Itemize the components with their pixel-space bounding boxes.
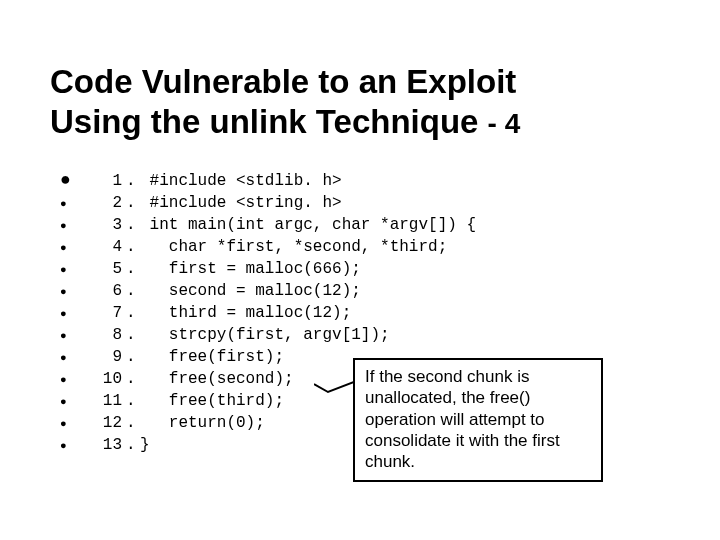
code-line: 1. #include <stdlib. h> — [60, 168, 660, 192]
code-line: 5. first = malloc(666); — [60, 258, 660, 280]
bullet-icon — [60, 412, 82, 434]
bullet-icon — [60, 434, 82, 456]
line-number: 11 — [82, 390, 126, 412]
line-number: 3 — [82, 214, 126, 236]
code-line: 3. int main(int argc, char *argv[]) { — [60, 214, 660, 236]
bullet-icon — [60, 280, 82, 302]
title-line1: Code Vulnerable to an Exploit — [50, 63, 516, 100]
bullet-icon — [60, 368, 82, 390]
title-line2-main: Using the unlink Technique — [50, 103, 478, 140]
code-text: free(second); — [140, 368, 294, 390]
code-line: 2. #include <string. h> — [60, 192, 660, 214]
code-text: #include <string. h> — [140, 192, 342, 214]
bullet-icon — [60, 258, 82, 280]
code-line: 6. second = malloc(12); — [60, 280, 660, 302]
line-number-dot: . — [126, 368, 140, 390]
line-number: 6 — [82, 280, 126, 302]
code-line: 4. char *first, *second, *third; — [60, 236, 660, 258]
line-number: 4 — [82, 236, 126, 258]
code-line: 8. strcpy(first, argv[1]); — [60, 324, 660, 346]
bullet-icon — [60, 346, 82, 368]
bullet-icon — [60, 236, 82, 258]
bullet-icon — [60, 302, 82, 324]
slide: Code Vulnerable to an Exploit Using the … — [0, 0, 720, 540]
line-number-dot: . — [126, 346, 140, 368]
code-text: int main(int argc, char *argv[]) { — [140, 214, 476, 236]
title-line2-suffix: - 4 — [488, 108, 521, 139]
code-text: char *first, *second, *third; — [140, 236, 447, 258]
slide-title: Code Vulnerable to an Exploit Using the … — [50, 62, 670, 141]
line-number: 7 — [82, 302, 126, 324]
line-number: 13 — [82, 434, 126, 456]
bullet-icon — [60, 324, 82, 346]
code-text: return(0); — [140, 412, 265, 434]
code-text: strcpy(first, argv[1]); — [140, 324, 390, 346]
line-number: 8 — [82, 324, 126, 346]
bullet-icon — [60, 192, 82, 214]
line-number-dot: . — [126, 390, 140, 412]
line-number: 9 — [82, 346, 126, 368]
code-line: 7. third = malloc(12); — [60, 302, 660, 324]
line-number-dot: . — [126, 170, 140, 192]
callout-text: If the second chunk is unallocated, the … — [365, 367, 560, 471]
callout-box: If the second chunk is unallocated, the … — [353, 358, 603, 482]
line-number-dot: . — [126, 214, 140, 236]
code-text: } — [140, 434, 150, 456]
line-number-dot: . — [126, 258, 140, 280]
code-text: free(third); — [140, 390, 284, 412]
line-number: 2 — [82, 192, 126, 214]
bullet-icon — [60, 390, 82, 412]
line-number-dot: . — [126, 324, 140, 346]
line-number-dot: . — [126, 434, 140, 456]
line-number-dot: . — [126, 280, 140, 302]
line-number: 12 — [82, 412, 126, 434]
line-number: 1 — [82, 170, 126, 192]
line-number: 10 — [82, 368, 126, 390]
bullet-icon — [60, 168, 82, 190]
code-text: second = malloc(12); — [140, 280, 361, 302]
line-number: 5 — [82, 258, 126, 280]
line-number-dot: . — [126, 236, 140, 258]
code-text: first = malloc(666); — [140, 258, 361, 280]
line-number-dot: . — [126, 412, 140, 434]
code-text: third = malloc(12); — [140, 302, 351, 324]
bullet-icon — [60, 214, 82, 236]
code-text: free(first); — [140, 346, 284, 368]
line-number-dot: . — [126, 302, 140, 324]
line-number-dot: . — [126, 192, 140, 214]
code-text: #include <stdlib. h> — [140, 170, 342, 192]
